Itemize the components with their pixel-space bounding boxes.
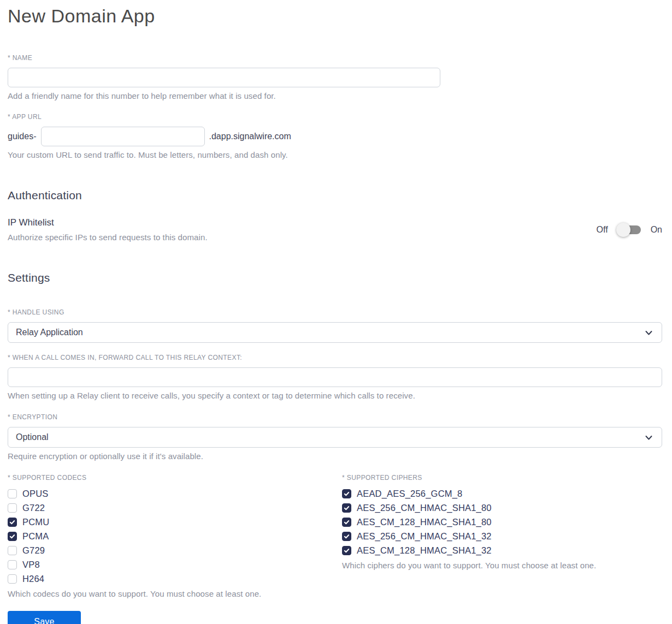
checkbox-checked-icon[interactable] xyxy=(342,518,351,527)
cipher-option-aes_256_cm_hmac_sha1_80[interactable]: AES_256_CM_HMAC_SHA1_80 xyxy=(342,503,662,513)
cipher-option-aes_cm_128_hmac_sha1_80[interactable]: AES_CM_128_HMAC_SHA1_80 xyxy=(342,518,662,527)
handle-using-label: * HANDLE USING xyxy=(8,308,662,316)
relay-context-input[interactable] xyxy=(8,367,662,387)
codec-option-label: G729 xyxy=(22,545,45,556)
ciphers-help: Which ciphers do you want to support. Yo… xyxy=(342,561,662,570)
checkbox-unchecked-icon[interactable] xyxy=(8,489,17,498)
relay-context-help: When setting up a Relay client to receiv… xyxy=(8,391,662,400)
codec-option-label: H264 xyxy=(22,574,44,584)
checkbox-checked-icon[interactable] xyxy=(8,518,17,527)
checkbox-checked-icon[interactable] xyxy=(342,532,351,541)
encryption-select[interactable]: Optional xyxy=(8,427,662,448)
codec-option-pcmu[interactable]: PCMU xyxy=(8,518,342,527)
handle-using-group: * HANDLE USING Relay Application xyxy=(8,308,662,343)
toggle-knob-icon[interactable] xyxy=(616,223,630,237)
app-url-row: guides- .dapp.signalwire.com xyxy=(8,127,662,146)
encryption-help: Require encryption or optionally use it … xyxy=(8,451,662,461)
cipher-option-label: AES_256_CM_HMAC_SHA1_80 xyxy=(357,503,492,513)
supported-ciphers-label: * SUPPORTED CIPHERS xyxy=(342,474,662,482)
codec-option-label: OPUS xyxy=(22,489,49,499)
ip-whitelist-label: IP Whitelist xyxy=(8,217,208,228)
cipher-option-aes_256_cm_hmac_sha1_32[interactable]: AES_256_CM_HMAC_SHA1_32 xyxy=(342,532,662,541)
codec-option-label: PCMA xyxy=(22,531,49,542)
checkbox-unchecked-icon[interactable] xyxy=(8,574,17,584)
encryption-value: Optional xyxy=(16,432,49,442)
cipher-option-label: AES_CM_128_HMAC_SHA1_32 xyxy=(357,545,492,556)
cipher-option-label: AEAD_AES_256_GCM_8 xyxy=(357,489,462,499)
app-url-field-group: * APP URL guides- .dapp.signalwire.com Y… xyxy=(8,113,662,159)
settings-heading: Settings xyxy=(8,271,662,284)
encryption-label: * ENCRYPTION xyxy=(8,413,662,421)
name-input[interactable] xyxy=(8,68,440,87)
codec-option-label: VP8 xyxy=(22,560,40,570)
app-url-input[interactable] xyxy=(41,127,205,146)
codecs-help: Which codecs do you want to support. You… xyxy=(8,589,342,598)
app-url-suffix: .dapp.signalwire.com xyxy=(209,132,291,141)
codec-option-h264[interactable]: H264 xyxy=(8,574,342,584)
codec-option-pcma[interactable]: PCMA xyxy=(8,532,342,541)
relay-context-label: * WHEN A CALL COMES IN, FORWARD CALL TO … xyxy=(8,354,662,361)
ip-whitelist-help: Authorize specific IPs to send requests … xyxy=(8,233,208,242)
codec-option-label: G722 xyxy=(22,503,45,513)
app-url-help: Your custom URL to send traffic to. Must… xyxy=(8,150,662,159)
codec-option-g722[interactable]: G722 xyxy=(8,503,342,513)
save-button[interactable]: Save xyxy=(8,611,81,624)
ip-whitelist-text: IP Whitelist Authorize specific IPs to s… xyxy=(8,217,208,242)
cipher-option-label: AES_CM_128_HMAC_SHA1_80 xyxy=(357,517,492,527)
app-url-label: * APP URL xyxy=(8,113,662,121)
cipher-option-label: AES_256_CM_HMAC_SHA1_32 xyxy=(357,531,492,542)
checkbox-unchecked-icon[interactable] xyxy=(8,546,17,555)
ip-whitelist-toggle[interactable] xyxy=(618,225,641,234)
codec-option-opus[interactable]: OPUS xyxy=(8,489,342,498)
codec-option-vp8[interactable]: VP8 xyxy=(8,560,342,569)
toggle-off-label: Off xyxy=(597,225,608,235)
toggle-on-label: On xyxy=(651,225,662,235)
authentication-heading: Authentication xyxy=(8,189,662,202)
ip-whitelist-row: IP Whitelist Authorize specific IPs to s… xyxy=(8,217,662,242)
chevron-down-icon xyxy=(645,329,653,337)
supported-codecs-label: * SUPPORTED CODECS xyxy=(8,474,342,482)
codec-option-label: PCMU xyxy=(22,517,49,527)
checkbox-checked-icon[interactable] xyxy=(342,546,351,555)
handle-using-value: Relay Application xyxy=(16,328,83,337)
handle-using-select[interactable]: Relay Application xyxy=(8,322,662,343)
checkbox-unchecked-icon[interactable] xyxy=(8,503,17,513)
name-label: * NAME xyxy=(8,54,662,62)
name-field-group: * NAME Add a friendly name for this numb… xyxy=(8,54,662,100)
codec-option-g729[interactable]: G729 xyxy=(8,546,342,555)
ip-whitelist-toggle-group: Off On xyxy=(597,225,662,235)
relay-context-group: * WHEN A CALL COMES IN, FORWARD CALL TO … xyxy=(8,354,662,400)
codec-list: OPUSG722PCMUPCMAG729VP8H264 xyxy=(8,489,342,584)
supported-ciphers-group: * SUPPORTED CIPHERS AEAD_AES_256_GCM_8AE… xyxy=(342,474,662,598)
supported-codecs-group: * SUPPORTED CODECS OPUSG722PCMUPCMAG729V… xyxy=(8,474,342,598)
codec-cipher-columns: * SUPPORTED CODECS OPUSG722PCMUPCMAG729V… xyxy=(8,474,662,598)
checkbox-checked-icon[interactable] xyxy=(342,503,351,513)
cipher-option-aes_cm_128_hmac_sha1_32[interactable]: AES_CM_128_HMAC_SHA1_32 xyxy=(342,546,662,555)
new-domain-app-form: New Domain App * NAME Add a friendly nam… xyxy=(0,0,672,624)
cipher-option-aead_aes_256_gcm_8[interactable]: AEAD_AES_256_GCM_8 xyxy=(342,489,662,498)
encryption-group: * ENCRYPTION Optional Require encryption… xyxy=(8,413,662,461)
cipher-list: AEAD_AES_256_GCM_8AES_256_CM_HMAC_SHA1_8… xyxy=(342,489,662,555)
app-url-prefix: guides- xyxy=(8,132,36,141)
name-help: Add a friendly name for this number to h… xyxy=(8,91,662,100)
chevron-down-icon xyxy=(645,433,653,442)
page-title: New Domain App xyxy=(8,5,662,27)
checkbox-unchecked-icon[interactable] xyxy=(8,560,17,569)
checkbox-checked-icon[interactable] xyxy=(342,489,351,498)
checkbox-checked-icon[interactable] xyxy=(8,532,17,541)
